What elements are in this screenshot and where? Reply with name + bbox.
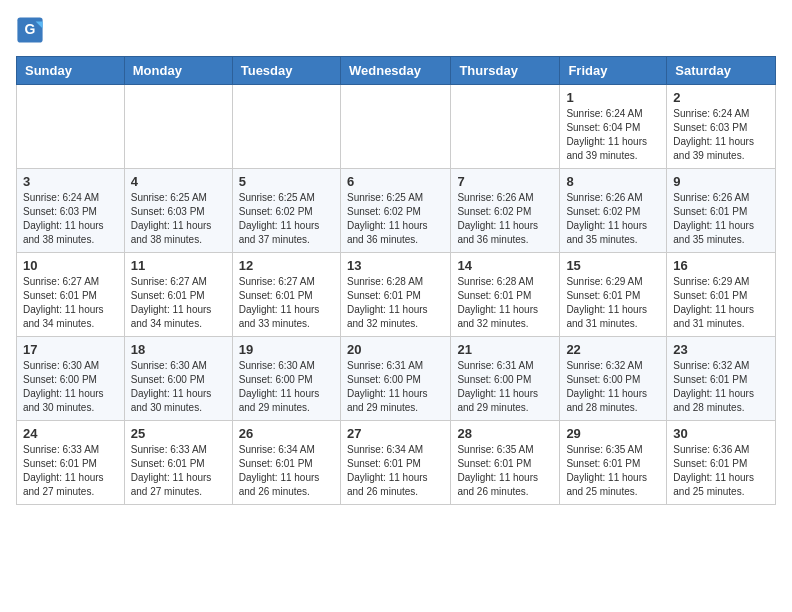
page-header: G (16, 16, 776, 44)
sunset-text: Sunset: 6:00 PM (239, 374, 313, 385)
calendar-cell: 21 Sunrise: 6:31 AM Sunset: 6:00 PM Dayl… (451, 337, 560, 421)
sunrise-text: Sunrise: 6:30 AM (239, 360, 315, 371)
calendar-week-2: 3 Sunrise: 6:24 AM Sunset: 6:03 PM Dayli… (17, 169, 776, 253)
daylight-text: Daylight: 11 hours and 26 minutes. (239, 472, 320, 497)
daylight-text: Daylight: 11 hours and 35 minutes. (673, 220, 754, 245)
sunset-text: Sunset: 6:02 PM (457, 206, 531, 217)
day-number: 10 (23, 258, 118, 273)
sunset-text: Sunset: 6:03 PM (131, 206, 205, 217)
day-number: 6 (347, 174, 444, 189)
sunset-text: Sunset: 6:01 PM (239, 290, 313, 301)
cell-info: Sunrise: 6:35 AM Sunset: 6:01 PM Dayligh… (566, 443, 660, 499)
weekday-header-saturday: Saturday (667, 57, 776, 85)
sunset-text: Sunset: 6:02 PM (566, 206, 640, 217)
calendar-cell: 2 Sunrise: 6:24 AM Sunset: 6:03 PM Dayli… (667, 85, 776, 169)
sunset-text: Sunset: 6:01 PM (131, 290, 205, 301)
cell-info: Sunrise: 6:25 AM Sunset: 6:03 PM Dayligh… (131, 191, 226, 247)
cell-info: Sunrise: 6:28 AM Sunset: 6:01 PM Dayligh… (457, 275, 553, 331)
sunrise-text: Sunrise: 6:25 AM (239, 192, 315, 203)
daylight-text: Daylight: 11 hours and 32 minutes. (347, 304, 428, 329)
calendar-cell: 4 Sunrise: 6:25 AM Sunset: 6:03 PM Dayli… (124, 169, 232, 253)
daylight-text: Daylight: 11 hours and 35 minutes. (566, 220, 647, 245)
sunrise-text: Sunrise: 6:35 AM (566, 444, 642, 455)
cell-info: Sunrise: 6:33 AM Sunset: 6:01 PM Dayligh… (131, 443, 226, 499)
day-number: 2 (673, 90, 769, 105)
daylight-text: Daylight: 11 hours and 28 minutes. (566, 388, 647, 413)
sunset-text: Sunset: 6:01 PM (673, 374, 747, 385)
calendar-cell (340, 85, 450, 169)
sunrise-text: Sunrise: 6:33 AM (131, 444, 207, 455)
day-number: 1 (566, 90, 660, 105)
day-number: 4 (131, 174, 226, 189)
sunrise-text: Sunrise: 6:35 AM (457, 444, 533, 455)
day-number: 8 (566, 174, 660, 189)
daylight-text: Daylight: 11 hours and 25 minutes. (673, 472, 754, 497)
sunrise-text: Sunrise: 6:27 AM (23, 276, 99, 287)
sunrise-text: Sunrise: 6:32 AM (673, 360, 749, 371)
daylight-text: Daylight: 11 hours and 27 minutes. (131, 472, 212, 497)
calendar-cell: 20 Sunrise: 6:31 AM Sunset: 6:00 PM Dayl… (340, 337, 450, 421)
sunset-text: Sunset: 6:00 PM (457, 374, 531, 385)
calendar-cell: 29 Sunrise: 6:35 AM Sunset: 6:01 PM Dayl… (560, 421, 667, 505)
calendar-cell: 6 Sunrise: 6:25 AM Sunset: 6:02 PM Dayli… (340, 169, 450, 253)
sunrise-text: Sunrise: 6:26 AM (457, 192, 533, 203)
sunrise-text: Sunrise: 6:31 AM (457, 360, 533, 371)
calendar-cell: 18 Sunrise: 6:30 AM Sunset: 6:00 PM Dayl… (124, 337, 232, 421)
day-number: 15 (566, 258, 660, 273)
sunrise-text: Sunrise: 6:30 AM (23, 360, 99, 371)
sunset-text: Sunset: 6:02 PM (347, 206, 421, 217)
day-number: 30 (673, 426, 769, 441)
calendar-cell: 1 Sunrise: 6:24 AM Sunset: 6:04 PM Dayli… (560, 85, 667, 169)
svg-text:G: G (25, 21, 36, 37)
sunset-text: Sunset: 6:01 PM (566, 458, 640, 469)
cell-info: Sunrise: 6:30 AM Sunset: 6:00 PM Dayligh… (239, 359, 334, 415)
weekday-header-sunday: Sunday (17, 57, 125, 85)
cell-info: Sunrise: 6:30 AM Sunset: 6:00 PM Dayligh… (23, 359, 118, 415)
sunset-text: Sunset: 6:01 PM (347, 290, 421, 301)
sunrise-text: Sunrise: 6:24 AM (673, 108, 749, 119)
day-number: 20 (347, 342, 444, 357)
daylight-text: Daylight: 11 hours and 25 minutes. (566, 472, 647, 497)
sunset-text: Sunset: 6:01 PM (23, 290, 97, 301)
daylight-text: Daylight: 11 hours and 34 minutes. (23, 304, 104, 329)
cell-info: Sunrise: 6:24 AM Sunset: 6:04 PM Dayligh… (566, 107, 660, 163)
cell-info: Sunrise: 6:28 AM Sunset: 6:01 PM Dayligh… (347, 275, 444, 331)
sunrise-text: Sunrise: 6:26 AM (673, 192, 749, 203)
sunset-text: Sunset: 6:00 PM (566, 374, 640, 385)
cell-info: Sunrise: 6:26 AM Sunset: 6:01 PM Dayligh… (673, 191, 769, 247)
calendar-week-3: 10 Sunrise: 6:27 AM Sunset: 6:01 PM Dayl… (17, 253, 776, 337)
cell-info: Sunrise: 6:36 AM Sunset: 6:01 PM Dayligh… (673, 443, 769, 499)
cell-info: Sunrise: 6:24 AM Sunset: 6:03 PM Dayligh… (673, 107, 769, 163)
sunrise-text: Sunrise: 6:25 AM (347, 192, 423, 203)
sunrise-text: Sunrise: 6:29 AM (673, 276, 749, 287)
calendar-cell (124, 85, 232, 169)
logo-icon: G (16, 16, 44, 44)
daylight-text: Daylight: 11 hours and 36 minutes. (457, 220, 538, 245)
sunset-text: Sunset: 6:02 PM (239, 206, 313, 217)
cell-info: Sunrise: 6:31 AM Sunset: 6:00 PM Dayligh… (457, 359, 553, 415)
daylight-text: Daylight: 11 hours and 37 minutes. (239, 220, 320, 245)
calendar-cell: 30 Sunrise: 6:36 AM Sunset: 6:01 PM Dayl… (667, 421, 776, 505)
cell-info: Sunrise: 6:30 AM Sunset: 6:00 PM Dayligh… (131, 359, 226, 415)
day-number: 9 (673, 174, 769, 189)
daylight-text: Daylight: 11 hours and 27 minutes. (23, 472, 104, 497)
daylight-text: Daylight: 11 hours and 39 minutes. (673, 136, 754, 161)
calendar-cell (17, 85, 125, 169)
sunrise-text: Sunrise: 6:27 AM (239, 276, 315, 287)
logo: G (16, 16, 48, 44)
day-number: 16 (673, 258, 769, 273)
calendar-cell: 28 Sunrise: 6:35 AM Sunset: 6:01 PM Dayl… (451, 421, 560, 505)
calendar-cell: 19 Sunrise: 6:30 AM Sunset: 6:00 PM Dayl… (232, 337, 340, 421)
calendar-cell: 9 Sunrise: 6:26 AM Sunset: 6:01 PM Dayli… (667, 169, 776, 253)
cell-info: Sunrise: 6:35 AM Sunset: 6:01 PM Dayligh… (457, 443, 553, 499)
calendar-cell: 11 Sunrise: 6:27 AM Sunset: 6:01 PM Dayl… (124, 253, 232, 337)
cell-info: Sunrise: 6:34 AM Sunset: 6:01 PM Dayligh… (239, 443, 334, 499)
day-number: 18 (131, 342, 226, 357)
sunset-text: Sunset: 6:00 PM (347, 374, 421, 385)
calendar-week-1: 1 Sunrise: 6:24 AM Sunset: 6:04 PM Dayli… (17, 85, 776, 169)
calendar-cell: 7 Sunrise: 6:26 AM Sunset: 6:02 PM Dayli… (451, 169, 560, 253)
daylight-text: Daylight: 11 hours and 29 minutes. (457, 388, 538, 413)
sunset-text: Sunset: 6:01 PM (239, 458, 313, 469)
cell-info: Sunrise: 6:27 AM Sunset: 6:01 PM Dayligh… (239, 275, 334, 331)
day-number: 28 (457, 426, 553, 441)
